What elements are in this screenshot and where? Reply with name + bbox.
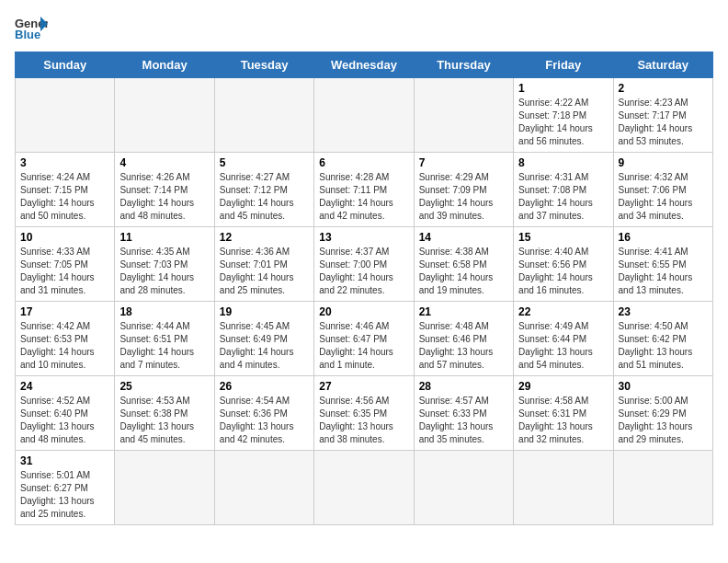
col-thursday: Thursday	[414, 52, 513, 78]
day-info: Sunrise: 4:44 AM Sunset: 6:51 PM Dayligh…	[119, 320, 209, 372]
logo-icon: General Blue	[15, 15, 48, 40]
day-info: Sunrise: 4:49 AM Sunset: 6:44 PM Dayligh…	[518, 320, 608, 372]
day-number: 9	[619, 156, 708, 169]
calendar-cell	[314, 78, 414, 153]
day-info: Sunrise: 4:45 AM Sunset: 6:49 PM Dayligh…	[220, 320, 309, 372]
day-number: 7	[419, 156, 508, 169]
day-info: Sunrise: 5:00 AM Sunset: 6:29 PM Dayligh…	[619, 395, 708, 446]
calendar-cell: 14Sunrise: 4:38 AM Sunset: 6:58 PM Dayli…	[414, 227, 513, 302]
calendar-cell: 22Sunrise: 4:49 AM Sunset: 6:44 PM Dayli…	[514, 302, 613, 376]
day-info: Sunrise: 4:50 AM Sunset: 6:42 PM Dayligh…	[619, 320, 708, 372]
calendar-cell: 12Sunrise: 4:36 AM Sunset: 7:01 PM Dayli…	[214, 227, 313, 302]
day-info: Sunrise: 4:53 AM Sunset: 6:38 PM Dayligh…	[119, 395, 209, 446]
calendar-cell: 20Sunrise: 4:46 AM Sunset: 6:47 PM Dayli…	[314, 302, 414, 376]
day-info: Sunrise: 4:52 AM Sunset: 6:40 PM Dayligh…	[20, 395, 109, 446]
day-number: 17	[20, 305, 109, 318]
day-info: Sunrise: 4:46 AM Sunset: 6:47 PM Dayligh…	[319, 320, 408, 372]
day-number: 2	[619, 82, 708, 95]
day-number: 30	[619, 380, 708, 393]
day-number: 31	[20, 454, 109, 467]
col-wednesday: Wednesday	[314, 52, 414, 78]
day-info: Sunrise: 4:40 AM Sunset: 6:56 PM Dayligh…	[518, 246, 608, 297]
calendar-week-row: 31Sunrise: 5:01 AM Sunset: 6:27 PM Dayli…	[16, 451, 713, 525]
day-info: Sunrise: 4:27 AM Sunset: 7:12 PM Dayligh…	[220, 171, 309, 223]
calendar-cell: 31Sunrise: 5:01 AM Sunset: 6:27 PM Dayli…	[16, 451, 115, 525]
day-number: 28	[419, 380, 508, 393]
day-number: 16	[619, 231, 708, 244]
day-info: Sunrise: 4:29 AM Sunset: 7:09 PM Dayligh…	[419, 171, 508, 223]
calendar-cell: 8Sunrise: 4:31 AM Sunset: 7:08 PM Daylig…	[514, 153, 613, 227]
calendar-week-row: 3Sunrise: 4:24 AM Sunset: 7:15 PM Daylig…	[16, 153, 713, 227]
calendar-cell	[16, 78, 115, 153]
calendar-cell: 28Sunrise: 4:57 AM Sunset: 6:33 PM Dayli…	[414, 376, 513, 451]
calendar-cell: 16Sunrise: 4:41 AM Sunset: 6:55 PM Dayli…	[613, 227, 712, 302]
day-info: Sunrise: 4:31 AM Sunset: 7:08 PM Dayligh…	[518, 171, 608, 223]
day-number: 4	[119, 156, 209, 169]
calendar-cell: 5Sunrise: 4:27 AM Sunset: 7:12 PM Daylig…	[214, 153, 313, 227]
calendar-cell: 2Sunrise: 4:23 AM Sunset: 7:17 PM Daylig…	[613, 78, 712, 153]
day-number: 26	[220, 380, 309, 393]
calendar-cell: 19Sunrise: 4:45 AM Sunset: 6:49 PM Dayli…	[214, 302, 313, 376]
calendar-cell	[613, 451, 712, 525]
calendar-cell: 6Sunrise: 4:28 AM Sunset: 7:11 PM Daylig…	[314, 153, 414, 227]
calendar-cell: 25Sunrise: 4:53 AM Sunset: 6:38 PM Dayli…	[115, 376, 214, 451]
day-number: 13	[319, 231, 408, 244]
day-number: 22	[518, 305, 608, 318]
day-info: Sunrise: 4:22 AM Sunset: 7:18 PM Dayligh…	[518, 97, 608, 148]
logo: General Blue	[15, 15, 48, 40]
calendar-cell	[514, 451, 613, 525]
calendar-cell: 24Sunrise: 4:52 AM Sunset: 6:40 PM Dayli…	[16, 376, 115, 451]
col-saturday: Saturday	[613, 52, 712, 78]
day-number: 25	[119, 380, 209, 393]
calendar-cell: 17Sunrise: 4:42 AM Sunset: 6:53 PM Dayli…	[16, 302, 115, 376]
svg-text:Blue: Blue	[15, 28, 40, 40]
day-info: Sunrise: 4:23 AM Sunset: 7:17 PM Dayligh…	[619, 97, 708, 148]
calendar-cell	[414, 78, 513, 153]
calendar-cell: 9Sunrise: 4:32 AM Sunset: 7:06 PM Daylig…	[613, 153, 712, 227]
col-monday: Monday	[115, 52, 214, 78]
calendar-header-row: Sunday Monday Tuesday Wednesday Thursday…	[16, 52, 713, 78]
day-info: Sunrise: 4:35 AM Sunset: 7:03 PM Dayligh…	[119, 246, 209, 297]
day-info: Sunrise: 4:58 AM Sunset: 6:31 PM Dayligh…	[518, 395, 608, 446]
day-number: 8	[518, 156, 608, 169]
day-info: Sunrise: 4:57 AM Sunset: 6:33 PM Dayligh…	[419, 395, 508, 446]
day-number: 21	[419, 305, 508, 318]
calendar-week-row: 1Sunrise: 4:22 AM Sunset: 7:18 PM Daylig…	[16, 78, 713, 153]
calendar-week-row: 17Sunrise: 4:42 AM Sunset: 6:53 PM Dayli…	[16, 302, 713, 376]
calendar-cell	[214, 78, 313, 153]
col-sunday: Sunday	[16, 52, 115, 78]
calendar-cell: 10Sunrise: 4:33 AM Sunset: 7:05 PM Dayli…	[16, 227, 115, 302]
day-info: Sunrise: 4:56 AM Sunset: 6:35 PM Dayligh…	[319, 395, 408, 446]
calendar-cell: 3Sunrise: 4:24 AM Sunset: 7:15 PM Daylig…	[16, 153, 115, 227]
day-info: Sunrise: 4:32 AM Sunset: 7:06 PM Dayligh…	[619, 171, 708, 223]
day-info: Sunrise: 4:28 AM Sunset: 7:11 PM Dayligh…	[319, 171, 408, 223]
calendar-week-row: 10Sunrise: 4:33 AM Sunset: 7:05 PM Dayli…	[16, 227, 713, 302]
day-number: 5	[220, 156, 309, 169]
day-number: 29	[518, 380, 608, 393]
day-info: Sunrise: 4:48 AM Sunset: 6:46 PM Dayligh…	[419, 320, 508, 372]
day-number: 3	[20, 156, 109, 169]
calendar-cell: 29Sunrise: 4:58 AM Sunset: 6:31 PM Dayli…	[514, 376, 613, 451]
calendar-cell: 21Sunrise: 4:48 AM Sunset: 6:46 PM Dayli…	[414, 302, 513, 376]
day-info: Sunrise: 4:38 AM Sunset: 6:58 PM Dayligh…	[419, 246, 508, 297]
calendar-cell: 7Sunrise: 4:29 AM Sunset: 7:09 PM Daylig…	[414, 153, 513, 227]
col-friday: Friday	[514, 52, 613, 78]
calendar-cell: 18Sunrise: 4:44 AM Sunset: 6:51 PM Dayli…	[115, 302, 214, 376]
day-number: 11	[119, 231, 209, 244]
calendar-cell: 27Sunrise: 4:56 AM Sunset: 6:35 PM Dayli…	[314, 376, 414, 451]
day-number: 18	[119, 305, 209, 318]
calendar-cell: 1Sunrise: 4:22 AM Sunset: 7:18 PM Daylig…	[514, 78, 613, 153]
day-number: 14	[419, 231, 508, 244]
calendar-cell: 11Sunrise: 4:35 AM Sunset: 7:03 PM Dayli…	[115, 227, 214, 302]
day-info: Sunrise: 4:33 AM Sunset: 7:05 PM Dayligh…	[20, 246, 109, 297]
day-info: Sunrise: 4:26 AM Sunset: 7:14 PM Dayligh…	[119, 171, 209, 223]
calendar-cell: 23Sunrise: 4:50 AM Sunset: 6:42 PM Dayli…	[613, 302, 712, 376]
day-number: 1	[518, 82, 608, 95]
day-info: Sunrise: 4:42 AM Sunset: 6:53 PM Dayligh…	[20, 320, 109, 372]
calendar-cell	[414, 451, 513, 525]
day-info: Sunrise: 5:01 AM Sunset: 6:27 PM Dayligh…	[20, 469, 109, 521]
calendar-table: Sunday Monday Tuesday Wednesday Thursday…	[15, 52, 713, 525]
calendar-cell: 30Sunrise: 5:00 AM Sunset: 6:29 PM Dayli…	[613, 376, 712, 451]
page-header: General Blue	[15, 15, 713, 40]
calendar-cell	[314, 451, 414, 525]
